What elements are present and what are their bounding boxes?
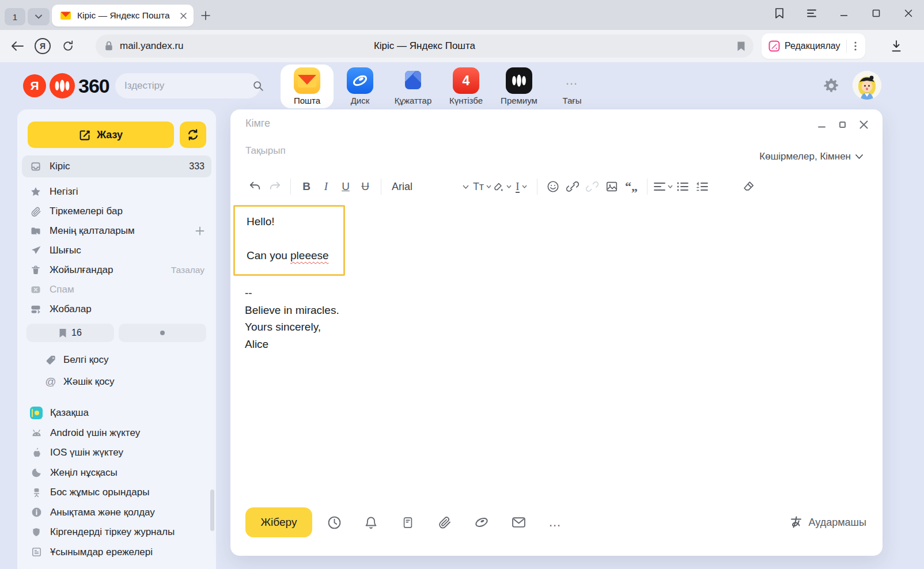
- download-ios-link[interactable]: IOS үшін жүктеу: [30, 443, 209, 463]
- remove-link-icon[interactable]: [582, 176, 602, 197]
- menu-icon[interactable]: [801, 5, 823, 22]
- align-select[interactable]: [653, 176, 673, 197]
- add-label-button[interactable]: Белгі қосу: [45, 350, 109, 370]
- tab-search-button[interactable]: [28, 8, 50, 25]
- close-window-icon[interactable]: [898, 5, 919, 22]
- help-support-link[interactable]: Анықтама және қолдау: [30, 503, 209, 523]
- bullet-list-icon[interactable]: [673, 176, 692, 197]
- new-tab-button[interactable]: [197, 7, 214, 24]
- clear-formatting-icon[interactable]: [739, 176, 758, 197]
- formatting-toolbar: B I U U Arial Tт I: [245, 174, 868, 199]
- tab-title: Кіріс — Яндекс Пошта: [77, 10, 175, 21]
- gear-icon[interactable]: [823, 77, 840, 94]
- back-icon[interactable]: [5, 35, 30, 58]
- app-docs[interactable]: Құжаттар: [387, 65, 440, 108]
- to-input[interactable]: [245, 117, 568, 130]
- tab-group-counter[interactable]: 1: [5, 8, 25, 25]
- reload-icon[interactable]: [55, 35, 81, 58]
- reminder-icon[interactable]: [353, 507, 389, 537]
- light-version-link[interactable]: Жеңіл нұсқасы: [30, 463, 209, 483]
- minimize-window-icon[interactable]: [833, 5, 855, 22]
- search-input[interactable]: [124, 80, 252, 92]
- recommendation-rules-link[interactable]: Ұсынымдар ережелері: [30, 543, 209, 563]
- font-family-value: Arial: [392, 181, 412, 193]
- sidebar-item-trash[interactable]: Жойылғандар Тазалау: [22, 260, 211, 280]
- sidebar-item-inbox[interactable]: Кіріс 333: [22, 155, 211, 177]
- sidebar-item-spam[interactable]: Спам: [22, 280, 211, 299]
- window-controls: [768, 5, 919, 22]
- add-folder-icon[interactable]: [195, 226, 205, 236]
- bookmarks-filter-pill[interactable]: 16: [26, 324, 114, 342]
- edit-page-button[interactable]: Редакциялау: [762, 33, 865, 59]
- body-line: Hello!: [247, 213, 343, 230]
- login-journal-link[interactable]: Кіргендерді тіркеу журналы: [30, 522, 209, 543]
- search-box[interactable]: [115, 73, 260, 98]
- font-size-select[interactable]: Tт: [472, 176, 492, 197]
- tab-close-icon[interactable]: [180, 13, 187, 19]
- schedule-send-icon[interactable]: [316, 507, 353, 537]
- redo-icon[interactable]: [265, 176, 285, 197]
- emoji-icon[interactable]: [543, 176, 563, 197]
- download-android-link[interactable]: Android үшін жүктеу: [30, 423, 209, 443]
- mail-page: Я 360 Пошта Диск: [0, 62, 924, 569]
- template-icon[interactable]: [389, 507, 426, 537]
- quote-icon[interactable]: “„: [622, 176, 641, 197]
- close-compose-icon[interactable]: [859, 120, 869, 130]
- app-mail[interactable]: Пошта: [281, 65, 334, 108]
- italic-button[interactable]: I: [316, 176, 336, 197]
- attach-file-icon[interactable]: [426, 507, 463, 537]
- more-options-icon[interactable]: …: [537, 507, 574, 537]
- sidebar-scrollbar[interactable]: [210, 490, 214, 531]
- address-bar[interactable]: mail.yandex.ru Кіріс — Яндекс Пошта: [96, 35, 753, 58]
- send-button[interactable]: Жіберу: [245, 507, 312, 537]
- attach-from-disk-icon[interactable]: [463, 507, 500, 537]
- app-disk[interactable]: Диск: [334, 65, 387, 108]
- undo-icon[interactable]: [245, 176, 265, 197]
- popout-compose-icon[interactable]: [839, 120, 846, 130]
- unread-filter-pill[interactable]: [119, 324, 206, 342]
- vacancies-link[interactable]: Бос жұмыс орындары: [30, 483, 209, 503]
- subject-input[interactable]: [245, 145, 568, 157]
- sidebar-item-primary[interactable]: Негізгі: [22, 182, 211, 202]
- refresh-button[interactable]: [180, 122, 206, 148]
- insert-link-icon[interactable]: [563, 176, 582, 197]
- strikethrough-button[interactable]: U: [355, 176, 375, 197]
- calendar-day-number: 4: [463, 73, 470, 89]
- text-color-select[interactable]: I: [512, 176, 531, 197]
- collapse-compose-icon[interactable]: [817, 120, 826, 130]
- yandex-360-logo[interactable]: Я 360: [23, 73, 109, 98]
- underline-button[interactable]: U: [336, 176, 355, 197]
- cc-bcc-from-button[interactable]: Көшірмелер, Кімнен: [759, 151, 863, 162]
- numbered-list-icon[interactable]: [692, 176, 712, 197]
- translator-button[interactable]: Аудармашы: [789, 507, 867, 537]
- sidebar-item-with-attachments[interactable]: Тіркемелері бар: [22, 202, 211, 221]
- focused-text-block[interactable]: Hello! Can you pleeese: [233, 205, 345, 276]
- sidebar-item-my-folders[interactable]: Менің қалталарым: [22, 221, 211, 241]
- app-more[interactable]: … Тағы: [546, 65, 599, 108]
- highlight-color-select[interactable]: [492, 176, 512, 197]
- sidebar-item-drafts[interactable]: Жобалар: [22, 299, 211, 319]
- to-field-row[interactable]: [245, 117, 898, 130]
- add-mailbox-button[interactable]: @ Жәшік қосу: [45, 372, 115, 392]
- compose-button[interactable]: Жазу: [28, 122, 174, 148]
- docs-app-icon: [400, 67, 426, 94]
- downloads-icon[interactable]: [884, 36, 909, 56]
- sidebar-item-sent[interactable]: Шығыс: [22, 241, 211, 260]
- app-calendar[interactable]: 4 Күнтізбе: [440, 65, 493, 108]
- language-link[interactable]: Қазақша: [30, 403, 209, 423]
- user-avatar[interactable]: [853, 71, 881, 100]
- side-panel-icon[interactable]: [768, 5, 790, 22]
- signature-separator: --: [245, 284, 339, 302]
- maximize-window-icon[interactable]: [865, 5, 887, 22]
- attach-from-mail-icon[interactable]: [500, 507, 537, 537]
- trash-clear-link[interactable]: Тазалау: [171, 265, 205, 275]
- insert-image-icon[interactable]: [602, 176, 622, 197]
- browser-tab[interactable]: Кіріс — Яндекс Пошта: [52, 5, 194, 26]
- bold-button[interactable]: B: [297, 176, 316, 197]
- message-body[interactable]: Hello! Can you pleeese -- Believe in mir…: [230, 204, 883, 492]
- bookmark-icon[interactable]: [737, 41, 745, 52]
- app-premium[interactable]: Премиум: [493, 65, 546, 108]
- more-vertical-icon[interactable]: [851, 41, 859, 51]
- yandex-logo-button[interactable]: Я: [30, 35, 55, 58]
- font-family-select[interactable]: Arial: [387, 176, 472, 197]
